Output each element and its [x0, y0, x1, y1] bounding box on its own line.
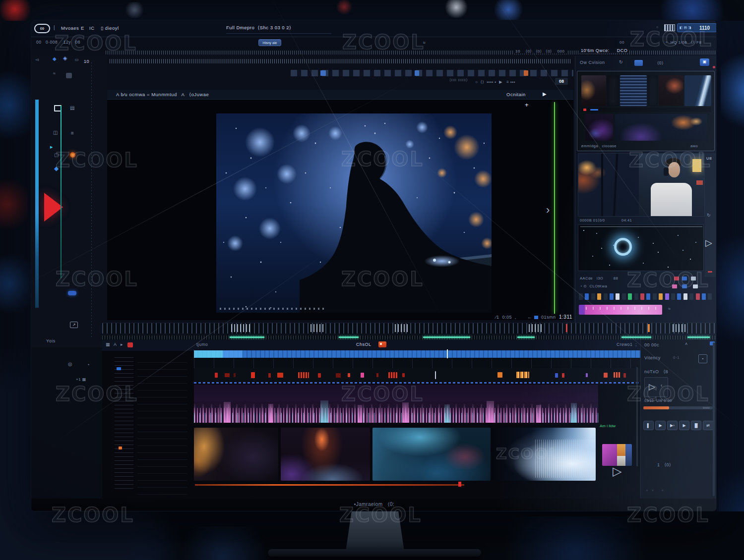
effect-chip[interactable]: [708, 293, 712, 300]
effect-chip[interactable]: [585, 293, 589, 300]
menu-item-clip[interactable]: IC: [89, 25, 95, 31]
next-chevron[interactable]: ›: [546, 204, 550, 217]
export-icon[interactable]: ↗: [70, 322, 78, 328]
play-mini-icon[interactable]: ▸: [50, 144, 53, 150]
effect-icon-strip[interactable]: [579, 293, 715, 300]
zoom-badge[interactable]: 08: [555, 78, 568, 85]
box-tool-icon[interactable]: ▢: [54, 152, 59, 158]
quality-readout[interactable]: ◔ HQ 1/08 ⟨⌇ F8: [665, 40, 701, 45]
effect-chip[interactable]: [591, 293, 595, 300]
duplicate-tool-icon[interactable]: ◫: [53, 130, 58, 135]
header-play-icon[interactable]: ▶: [543, 91, 547, 97]
effect-chip[interactable]: [653, 293, 657, 300]
clock-icon[interactable]: ◔: [87, 362, 90, 367]
effect-chip[interactable]: [579, 293, 583, 300]
back-arrow-icon[interactable]: ←: [527, 315, 532, 320]
effect-chip[interactable]: [622, 293, 626, 300]
bin-thumbnail[interactable]: [615, 114, 707, 141]
space-clip-preview[interactable]: [578, 224, 704, 271]
rail-play-button[interactable]: ▷: [705, 237, 712, 248]
preview-tab-label[interactable]: A b⁄u ocmwa = Munmmtud A ⟨oJuwae: [116, 92, 209, 97]
inspector-caret[interactable]: ˄: [685, 341, 688, 346]
effect-chip[interactable]: [677, 293, 681, 300]
scrub-row[interactable]: [102, 323, 716, 334]
marker-flag-icon[interactable]: [378, 341, 386, 347]
bin-thumbnail[interactable]: [620, 75, 647, 106]
color-bars-thumbnail[interactable]: [602, 444, 632, 466]
step-back-button[interactable]: ▌: [643, 421, 654, 430]
layers-tool-icon[interactable]: ▤: [70, 105, 75, 111]
contain-dropdown[interactable]: Ocnitain: [506, 92, 526, 97]
effect-chip[interactable]: [665, 293, 669, 300]
bin-thumbnail[interactable]: [585, 114, 613, 141]
playhead[interactable]: [447, 349, 448, 359]
list-view-icon[interactable]: [634, 60, 643, 66]
timeline-clip[interactable]: [281, 428, 370, 481]
menu-item-edit[interactable]: E: [81, 25, 84, 31]
wave-tool-icon[interactable]: ≈: [53, 71, 56, 76]
select-tool-icon[interactable]: ◅: [35, 57, 39, 62]
effect-chip[interactable]: [604, 293, 608, 300]
track-header-column[interactable]: [115, 357, 133, 492]
bin-thumbnail[interactable]: [581, 75, 606, 106]
effect-chip[interactable]: [640, 293, 644, 300]
preview-box[interactable]: ▷ ‹: [644, 377, 668, 397]
add-track-label[interactable]: +1 ▦: [76, 377, 86, 382]
effect-chip[interactable]: [689, 293, 693, 300]
marker-cursor[interactable]: [435, 371, 436, 379]
audio-clip-bar[interactable]: [579, 305, 662, 315]
app-logo[interactable]: ∞: [34, 24, 50, 33]
grid-icon[interactable]: [664, 24, 675, 31]
effect-chip[interactable]: [683, 293, 687, 300]
effect-chip[interactable]: [646, 293, 650, 300]
bin-window[interactable]: ƶmmldga ciooase awo: [577, 71, 715, 151]
tool-scrollbar[interactable]: [35, 100, 39, 308]
effect-chip[interactable]: [702, 293, 706, 300]
fit-screen-icon[interactable]: ▪: [698, 354, 707, 363]
play-button[interactable]: ▶: [655, 421, 666, 430]
preview-controls[interactable]: ○ ⟨⟩ ▪▪▪▪ ▪ ▶ ≡ ▪▪▪: [475, 80, 515, 84]
timeline-ruler-bar[interactable]: [194, 350, 640, 358]
audio-waveform-track[interactable]: [194, 385, 598, 423]
mini-timeline-ruler[interactable]: [102, 336, 716, 339]
mask-tool-icon[interactable]: [66, 73, 72, 78]
grid-view-icon[interactable]: ▣: [700, 58, 709, 66]
effect-chip[interactable]: [696, 293, 700, 300]
record-button[interactable]: [127, 342, 133, 347]
effect-chip[interactable]: [659, 293, 663, 300]
play-alt-button[interactable]: ▶: [679, 421, 689, 430]
snap-icon[interactable]: ▸: [121, 342, 123, 347]
auto-label[interactable]: A: [114, 342, 117, 347]
effect-chip[interactable]: [634, 293, 638, 300]
effect-chip[interactable]: [671, 293, 675, 300]
timecode-pill[interactable]: ◧ ▤ ◨ 1110: [677, 23, 716, 32]
source-clip-preview[interactable]: [578, 153, 705, 217]
export-label[interactable]: Yois: [46, 338, 56, 343]
timeline-clip[interactable]: [372, 428, 491, 481]
timeline-clip[interactable]: [492, 428, 596, 481]
rect-tool-icon[interactable]: ▭: [75, 57, 79, 62]
project-tab[interactable]: Ow Cvision: [580, 60, 605, 65]
mini-action-button[interactable]: Hisny ale: [258, 39, 281, 46]
brush-tool-icon[interactable]: ◆: [53, 56, 57, 61]
effect-chip[interactable]: [597, 293, 601, 300]
rail-refresh-icon[interactable]: ↻: [707, 213, 711, 218]
effect-chip[interactable]: [628, 293, 632, 300]
crosshair-icon[interactable]: +: [525, 101, 529, 109]
timeline-scrollbar[interactable]: [636, 367, 638, 466]
segment-strip[interactable]: [291, 70, 573, 76]
gear-icon[interactable]: ◎: [68, 361, 72, 367]
marker-track[interactable]: [194, 368, 640, 382]
effect-chip[interactable]: [616, 293, 620, 300]
refresh-icon[interactable]: ↻: [619, 59, 623, 64]
bin-thumbnail[interactable]: [684, 75, 711, 106]
render-progress-bar[interactable]: [643, 406, 713, 409]
play-next-button[interactable]: ▶›: [667, 421, 678, 430]
list-tool-icon[interactable]: ≡: [71, 130, 74, 136]
timeline-play-button[interactable]: ▷: [613, 464, 621, 478]
effect-chip[interactable]: [610, 293, 614, 300]
gem-tool-icon[interactable]: ◆: [54, 165, 59, 172]
bin-thumbnail[interactable]: [659, 75, 683, 106]
inspector-scrollbar[interactable]: [713, 342, 715, 496]
prism-tool-icon[interactable]: ◈: [63, 55, 67, 61]
